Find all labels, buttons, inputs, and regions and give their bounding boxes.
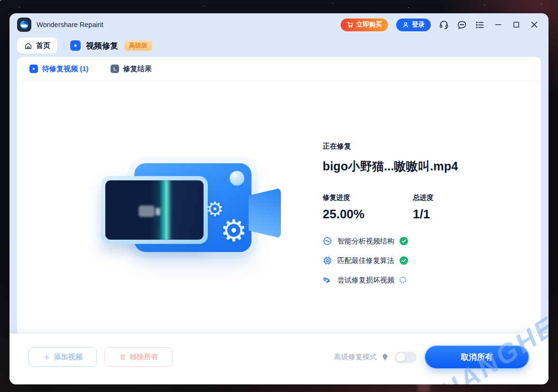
video-repair-icon [70, 40, 81, 51]
minimize-button[interactable] [493, 20, 503, 30]
home-icon [24, 42, 32, 50]
camera-screen [101, 176, 208, 244]
buy-now-button[interactable]: 立即购买 [341, 19, 388, 31]
advanced-mode-label: 高级修复模式 [334, 353, 377, 362]
trash-icon [119, 354, 126, 361]
step-repair-video: 尝试修复损坏视频 [323, 275, 541, 285]
module-title: 视频修复 [86, 40, 118, 51]
nav-home-label: 首页 [36, 41, 50, 50]
illustration-area: ⚙ ⚙ [17, 82, 323, 334]
repair-info-panel: 正在修复 bigo小野猫...嗷嗷叫.mp4 修复进度 25.00% 总进度 1… [323, 82, 541, 334]
app-window: Wondershare Repairit 立即购买 登录 [9, 13, 549, 384]
toggle-knob [396, 353, 405, 362]
repair-progress-value: 25.00% [323, 207, 413, 222]
lightbulb-icon [381, 353, 389, 361]
gear-icon: ⚙ [220, 215, 247, 246]
tab-pending-label: 待修复视频 (1) [42, 65, 89, 74]
tab-bar: 待修复视频 (1) 修复结果 [17, 57, 541, 81]
check-icon [400, 237, 408, 245]
repair-status-label: 正在修复 [323, 142, 541, 151]
screen-artifact [139, 205, 155, 217]
app-logo-icon [17, 18, 31, 32]
progress-section: 修复进度 25.00% 总进度 1/1 [323, 193, 541, 222]
desktop-stars [0, 0, 1, 1]
repair-steps: 智能分析视频结构 匹配最佳修复算法 [323, 236, 541, 285]
step-analyze: 智能分析视频结构 [323, 236, 541, 246]
camera-lens [249, 188, 281, 238]
login-button[interactable]: 登录 [396, 19, 431, 31]
scan-line [159, 180, 172, 240]
remove-all-button[interactable]: 移除所有 [104, 347, 173, 367]
chip-icon [323, 256, 332, 265]
video-play-icon [29, 65, 38, 73]
cart-icon [347, 21, 353, 28]
cancel-all-button[interactable]: 取消所有 [425, 346, 529, 368]
check-icon [400, 256, 408, 265]
tab-results-label: 修复结果 [123, 65, 152, 74]
wrench-icon [323, 275, 332, 285]
content-panel: 待修复视频 (1) 修复结果 ⚙ ⚙ [17, 57, 541, 334]
task-list-icon[interactable] [475, 20, 485, 30]
add-video-button[interactable]: 添加视频 [28, 347, 97, 367]
close-button[interactable] [529, 20, 539, 30]
video-camera-illustration: ⚙ ⚙ [98, 158, 288, 290]
feedback-chat-icon[interactable] [457, 20, 467, 30]
file-icon [111, 65, 119, 73]
breadcrumb: 首页 视频修复 高级版 [9, 33, 549, 54]
advanced-mode-toggle[interactable] [395, 352, 417, 363]
camera-light [230, 171, 244, 186]
total-progress-value: 1/1 [413, 207, 434, 222]
total-progress-label: 总进度 [413, 193, 434, 202]
user-icon [402, 21, 409, 28]
step-match-algorithm: 匹配最佳修复算法 [323, 255, 541, 266]
premium-badge: 高级版 [124, 40, 152, 51]
titlebar: Wondershare Repairit 立即购买 登录 [9, 13, 549, 33]
maximize-button[interactable] [511, 20, 521, 30]
footer-bar: 添加视频 移除所有 高级修复模式 [9, 334, 549, 384]
repair-filename: bigo小野猫...嗷嗷叫.mp4 [323, 159, 541, 174]
support-headset-icon[interactable] [439, 20, 449, 30]
analyze-icon [323, 236, 332, 246]
repair-progress-label: 修复进度 [323, 193, 413, 202]
app-title: Wondershare Repairit [37, 21, 103, 28]
tab-repair-results[interactable]: 修复结果 [111, 65, 152, 74]
tab-pending-videos[interactable]: 待修复视频 (1) [29, 65, 89, 74]
nav-divider [64, 41, 64, 50]
plus-icon [43, 354, 50, 361]
spinner-icon [400, 277, 406, 283]
nav-home-button[interactable]: 首页 [17, 37, 57, 54]
